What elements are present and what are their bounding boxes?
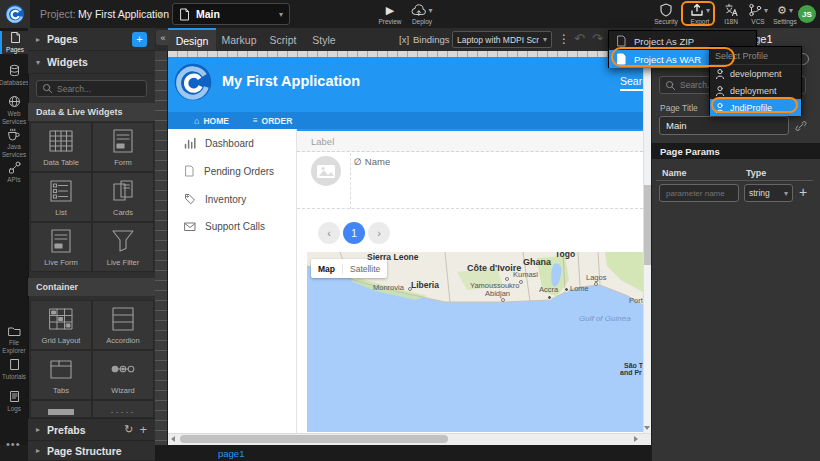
canvas-menu-dashboard[interactable]: Dashboard	[184, 137, 254, 149]
gear-icon: ⚙	[777, 4, 787, 17]
bind-link-icon[interactable]	[795, 120, 807, 132]
scroll-right-arrow-icon[interactable]	[634, 436, 638, 442]
undo-icon[interactable]: ↶	[574, 31, 585, 46]
menu-item-deployment[interactable]: deployment	[710, 82, 801, 99]
dashboard-icon	[184, 137, 196, 149]
globe-icon	[8, 95, 21, 108]
settings-label: Settings	[773, 18, 797, 25]
page-selector-dropdown[interactable]: Main ▾	[172, 3, 290, 25]
play-icon: ▶	[386, 4, 394, 17]
image-placeholder[interactable]	[311, 156, 341, 186]
add-page-button[interactable]: +	[132, 32, 147, 47]
rail-item-databases[interactable]: Databases	[0, 64, 28, 87]
cards-icon	[110, 178, 136, 204]
pagination-next-button[interactable]: ›	[368, 222, 390, 244]
label-widget[interactable]: Label	[297, 131, 643, 152]
rail-more-icon[interactable]: •••	[6, 438, 21, 450]
settings-button[interactable]: ⚙ ▾ Settings	[768, 1, 802, 27]
add-param-button[interactable]: +	[799, 184, 807, 200]
nav-item-order[interactable]: ≡ ORDER	[253, 116, 292, 126]
canvas-menu-support-calls[interactable]: Support Calls	[184, 221, 265, 232]
security-button[interactable]: Security	[649, 1, 683, 27]
project-name: My First Application	[78, 8, 169, 20]
vertical-scrollbar-thumb[interactable]	[644, 185, 651, 265]
tab-design[interactable]: Design	[168, 28, 216, 51]
page-structure-section-header[interactable]: ▸ Page Structure	[28, 441, 155, 461]
canvas-search-link[interactable]: Search	[620, 75, 643, 87]
page-title-input[interactable]	[659, 116, 789, 135]
folder-icon	[8, 325, 21, 337]
widget-tile-wizard[interactable]: Wizard	[92, 350, 154, 400]
refresh-icon[interactable]: ↻	[124, 423, 133, 436]
pages-section-header[interactable]: ▸ Pages +	[28, 28, 155, 51]
rail-item-tutorials[interactable]: Tutorials	[0, 358, 28, 381]
rail-item-pages[interactable]: Pages	[0, 31, 28, 54]
satellite-button[interactable]: Satellite	[342, 264, 387, 274]
map-button[interactable]: Map	[311, 264, 342, 274]
pagination-page-1[interactable]: 1	[343, 222, 365, 244]
widget-tile-accordion[interactable]: Accordion	[92, 300, 154, 350]
export-button[interactable]: ▾ Export	[683, 1, 717, 27]
export-label: Export	[691, 18, 710, 25]
chevron-down-icon: ▾	[706, 6, 710, 15]
map-marker	[519, 280, 523, 284]
collapse-panel-button[interactable]: «	[156, 30, 170, 45]
user-avatar[interactable]: JS	[798, 5, 816, 23]
nav-item-home[interactable]: ⌂ HOME	[194, 116, 229, 126]
horizontal-scrollbar-thumb[interactable]	[180, 435, 448, 443]
status-active-page[interactable]: page1	[218, 448, 244, 459]
add-prefab-button[interactable]: +	[139, 422, 147, 437]
rail-item-logs[interactable]: Logs	[0, 390, 28, 413]
name-field[interactable]: ∅ Name	[354, 156, 390, 167]
param-type-select[interactable]: string ▾	[744, 184, 793, 202]
section-container: Container	[28, 278, 155, 296]
preview-button[interactable]: ▶ Preview	[373, 1, 407, 27]
widget-search-input[interactable]: Search...	[36, 80, 147, 97]
rail-item-file-explorer[interactable]: File Explorer	[0, 325, 28, 354]
widget-tile-list[interactable]: List	[30, 172, 92, 222]
param-name-input[interactable]	[659, 184, 739, 202]
menu-item-jndiprofile[interactable]: JndiProfile	[710, 99, 801, 116]
widget-tile-tabs[interactable]: Tabs	[30, 350, 92, 400]
image-icon	[311, 156, 341, 186]
wavemaker-logo[interactable]	[0, 0, 30, 28]
google-map-widget[interactable]: Map Satellite Sierra Leone Monrovia Libe…	[307, 252, 643, 432]
vertical-ruler	[155, 51, 168, 445]
map-label: Port	[629, 296, 643, 305]
widget-tile-live-form[interactable]: Live Form	[30, 222, 92, 272]
redo-icon[interactable]: ↷	[592, 31, 603, 46]
canvas-menu-pending-orders[interactable]: Pending Orders	[184, 165, 274, 177]
search-icon	[42, 83, 53, 94]
list-icon	[48, 178, 74, 204]
device-selector-dropdown[interactable]: Laptop with MDPI Screen ▾	[452, 31, 552, 48]
widget-tile-form[interactable]: Form	[92, 122, 154, 172]
project-label: Project:	[40, 8, 76, 20]
widget-tile-live-filter[interactable]: Live Filter	[92, 222, 154, 272]
widget-tile-grid-layout[interactable]: Grid Layout	[30, 300, 92, 350]
widget-tile-cards[interactable]: Cards	[92, 172, 154, 222]
scroll-down-arrow-icon[interactable]	[644, 426, 650, 430]
api-nodes-icon	[8, 161, 21, 174]
tab-markup[interactable]: Markup	[216, 28, 262, 51]
prefabs-section-header[interactable]: ▸ Prefabs ↻ +	[28, 418, 155, 441]
rail-item-apis[interactable]: APIs	[0, 161, 28, 184]
widgets-section-header[interactable]: ▾ Widgets	[28, 51, 155, 74]
tutorials-icon	[8, 358, 21, 371]
more-options-icon[interactable]: ⋮	[558, 32, 570, 46]
widget-tile-data-table[interactable]: Data Table	[30, 122, 92, 172]
tab-style[interactable]: Style	[304, 28, 344, 51]
rail-item-java-services[interactable]: Java Services	[0, 128, 28, 158]
canvas-menu-inventory[interactable]: Inventory	[184, 193, 246, 205]
tab-script[interactable]: Script	[262, 28, 304, 51]
deploy-button[interactable]: ▾ Deploy	[405, 1, 439, 27]
chevron-right-icon: ▸	[36, 35, 40, 44]
chevron-down-icon: ▾	[543, 35, 547, 44]
scroll-left-arrow-icon[interactable]	[171, 436, 175, 442]
rail-item-web-services[interactable]: Web Services	[0, 95, 28, 125]
chevron-down-icon: ▾	[279, 10, 283, 19]
pagination-prev-button[interactable]: ‹	[318, 222, 340, 244]
params-table-divider	[656, 180, 813, 181]
submenu-header: Select Profile	[710, 48, 801, 65]
bindings-button[interactable]: [x] Bindings ▾	[399, 34, 458, 45]
menu-item-development[interactable]: development	[710, 65, 801, 82]
